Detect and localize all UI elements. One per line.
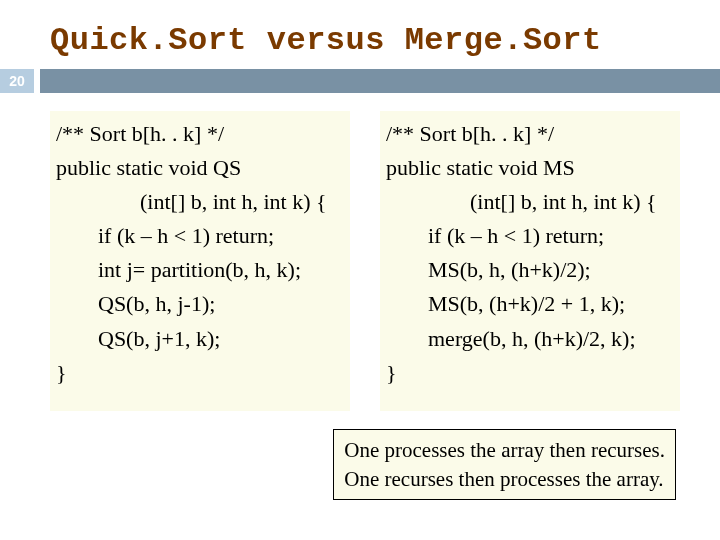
code-line: merge(b, h, (h+k)/2, k);	[386, 322, 674, 356]
code-line: }	[56, 360, 67, 385]
page-number-badge: 20	[0, 69, 34, 93]
code-line: public static void QS	[56, 155, 241, 180]
footnote-line: One recurses then processes the array.	[344, 465, 665, 493]
code-columns: /** Sort b[h. . k] */ public static void…	[0, 93, 720, 411]
code-line: (int[] b, int h, int k) {	[56, 185, 344, 219]
header-rule	[40, 69, 720, 93]
code-line: int j= partition(b, h, k);	[56, 253, 344, 287]
code-line: if (k – h < 1) return;	[386, 219, 674, 253]
footnote-box: One processes the array then recurses. O…	[333, 429, 676, 500]
code-line: QS(b, h, j-1);	[56, 287, 344, 321]
code-line: public static void MS	[386, 155, 575, 180]
quicksort-code: /** Sort b[h. . k] */ public static void…	[50, 111, 350, 411]
code-line: QS(b, j+1, k);	[56, 322, 344, 356]
code-line: (int[] b, int h, int k) {	[386, 185, 674, 219]
code-line: if (k – h < 1) return;	[56, 219, 344, 253]
code-line: MS(b, (h+k)/2 + 1, k);	[386, 287, 674, 321]
code-line: }	[386, 360, 397, 385]
footnote-line: One processes the array then recurses.	[344, 436, 665, 464]
code-line: /** Sort b[h. . k] */	[386, 121, 554, 146]
slide-title: Quick.Sort versus Merge.Sort	[0, 0, 720, 69]
code-line: MS(b, h, (h+k)/2);	[386, 253, 674, 287]
mergesort-code: /** Sort b[h. . k] */ public static void…	[380, 111, 680, 411]
header-bar: 20	[0, 69, 720, 93]
code-line: /** Sort b[h. . k] */	[56, 121, 224, 146]
slide: Quick.Sort versus Merge.Sort 20 /** Sort…	[0, 0, 720, 540]
